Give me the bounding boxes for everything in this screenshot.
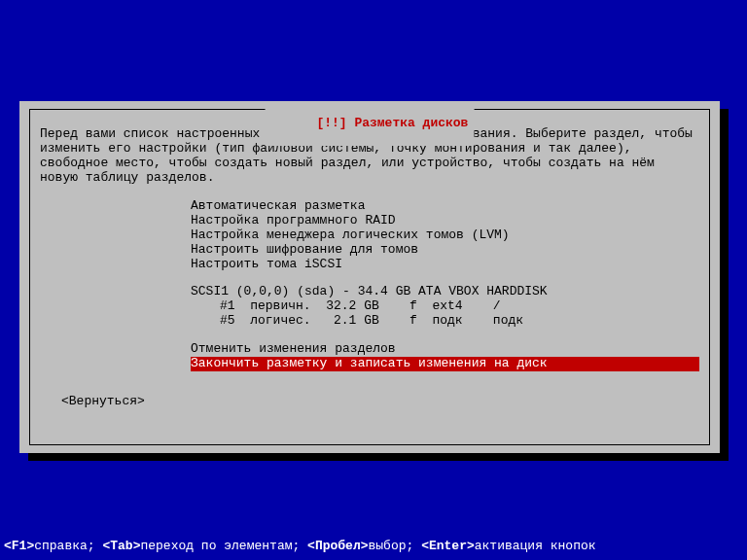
menu-undo-changes[interactable]: Отменить изменения разделов <box>191 342 699 357</box>
dialog-frame: [!!] Разметка дисков Перед вами список н… <box>29 109 710 445</box>
disk-sda[interactable]: SCSI1 (0,0,0) (sda) - 34.4 GB ATA VBOX H… <box>191 285 699 299</box>
enter-label: активация кнопок <box>475 539 596 553</box>
title-text: [!!] Разметка дисков <box>316 116 468 130</box>
dialog-title: [!!] Разметка дисков <box>266 102 475 146</box>
partition-sda1[interactable]: #1 первичн. 32.2 GB f ext4 / <box>220 299 699 314</box>
help-footer: <F1>справка; <Tab>переход по элементам; … <box>4 540 596 554</box>
f1-key: <F1> <box>4 539 34 553</box>
tab-label: переход по элементам; <box>140 539 307 553</box>
f1-label: справка; <box>34 539 102 553</box>
menu-spacer <box>191 271 699 285</box>
enter-key: <Enter> <box>421 539 475 553</box>
menu-finish-partitioning[interactable]: Закончить разметку и записать изменения … <box>191 357 699 371</box>
menu-configure-raid[interactable]: Настройка программного RAID <box>191 214 699 228</box>
back-button[interactable]: <Вернуться> <box>61 395 699 409</box>
menu-configure-encryption[interactable]: Настроить шифрование для томов <box>191 243 699 258</box>
tab-key: <Tab> <box>102 539 140 553</box>
partition-dialog: [!!] Разметка дисков Перед вами список н… <box>19 101 720 453</box>
menu-configure-lvm[interactable]: Настройка менеджера логических томов (LV… <box>191 228 699 243</box>
partition-menu: Автоматическая разметка Настройка програ… <box>191 199 699 371</box>
space-label: выбор; <box>369 539 422 553</box>
partition-sda5[interactable]: #5 логичес. 2.1 GB f подк подк <box>220 314 699 329</box>
menu-auto-partition[interactable]: Автоматическая разметка <box>191 199 699 214</box>
menu-configure-iscsi[interactable]: Настроить тома iSCSI <box>191 258 699 272</box>
menu-spacer-2 <box>191 329 699 342</box>
space-key: <Пробел> <box>307 539 368 553</box>
